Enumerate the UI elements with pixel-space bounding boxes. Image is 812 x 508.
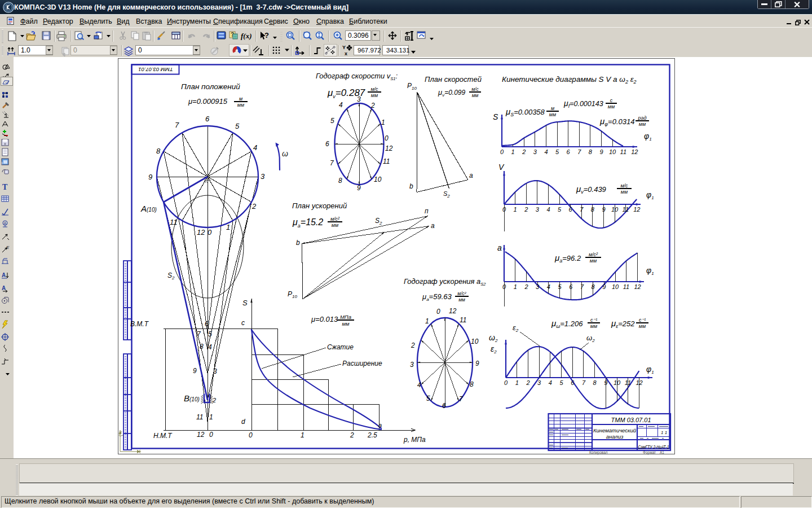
svg-text:a: a xyxy=(431,222,435,230)
svg-text:μa=96.2: μa=96.2 xyxy=(554,253,581,264)
svg-text:мм: мм xyxy=(549,112,556,117)
svg-text:με=252: με=252 xyxy=(611,318,635,329)
svg-text:10: 10 xyxy=(611,206,619,213)
svg-text:4: 4 xyxy=(417,381,421,389)
svg-text:4: 4 xyxy=(339,101,343,109)
svg-text:10: 10 xyxy=(374,176,382,183)
svg-text:6: 6 xyxy=(325,140,329,148)
svg-text:10: 10 xyxy=(612,283,619,290)
svg-text:9: 9 xyxy=(599,148,603,155)
svg-text:5: 5 xyxy=(558,283,562,290)
svg-text:5: 5 xyxy=(235,122,240,130)
svg-text:4: 4 xyxy=(549,379,552,386)
svg-text:1: 1 xyxy=(226,223,230,231)
svg-text:b: b xyxy=(409,182,413,190)
svg-text:7: 7 xyxy=(175,121,179,129)
svg-text:СамГТУ 2-НиАТ-1: СамГТУ 2-НиАТ-1 xyxy=(638,444,669,450)
svg-text:мм: мм xyxy=(342,321,350,327)
svg-text:6: 6 xyxy=(567,148,571,155)
svg-text:2: 2 xyxy=(212,397,216,404)
svg-text:11: 11 xyxy=(623,283,629,290)
svg-text:Сжатие: Сжатие xyxy=(327,343,354,351)
svg-text:0: 0 xyxy=(249,431,253,439)
svg-text:В.М.Т: В.М.Т xyxy=(130,320,149,328)
svg-text:μf=0.000143: μf=0.000143 xyxy=(563,99,603,109)
svg-text:12: 12 xyxy=(636,379,642,386)
svg-text:6: 6 xyxy=(205,115,210,123)
svg-text:8: 8 xyxy=(200,343,204,351)
svg-text:м/с²: м/с² xyxy=(589,252,598,257)
svg-text:6: 6 xyxy=(569,206,573,213)
svg-text:мм: мм xyxy=(458,297,465,303)
svg-text:1: 1 xyxy=(209,413,213,421)
svg-text:μ=0.000915: μ=0.000915 xyxy=(188,97,228,106)
svg-text:п: п xyxy=(425,207,429,215)
svg-text:м: м xyxy=(239,96,242,102)
svg-text:мм: мм xyxy=(472,93,479,98)
svg-text:Кинематический: Кинематический xyxy=(593,427,637,433)
svg-text:2: 2 xyxy=(370,102,375,110)
svg-text:ТММ 03.07.01: ТММ 03.07.01 xyxy=(611,417,651,423)
svg-text:a: a xyxy=(497,243,502,252)
svg-text:a: a xyxy=(469,172,473,179)
svg-text:9: 9 xyxy=(602,283,606,290)
svg-text:мм: мм xyxy=(590,323,597,329)
svg-text:c: c xyxy=(241,319,245,327)
svg-text:3: 3 xyxy=(410,361,414,369)
svg-text:2: 2 xyxy=(524,206,528,213)
svg-text:9: 9 xyxy=(357,184,361,192)
svg-text:3: 3 xyxy=(213,367,217,375)
svg-text:9: 9 xyxy=(604,379,607,386)
svg-text:0: 0 xyxy=(208,228,212,237)
svg-text:4: 4 xyxy=(546,206,550,213)
svg-text:м/с: м/с xyxy=(471,86,479,92)
svg-text:c: c xyxy=(610,98,613,103)
svg-text:м/с²: м/с² xyxy=(457,291,466,296)
svg-text:μ=0.013: μ=0.013 xyxy=(311,315,338,323)
svg-text:9: 9 xyxy=(193,367,197,375)
svg-text:анализ: анализ xyxy=(606,433,624,440)
svg-text:9: 9 xyxy=(148,173,152,181)
svg-text:10: 10 xyxy=(614,379,621,386)
svg-text:6: 6 xyxy=(569,283,573,290)
svg-text:11: 11 xyxy=(170,218,178,226)
svg-text:7: 7 xyxy=(582,379,586,386)
svg-text:3: 3 xyxy=(261,172,265,181)
svg-text:4: 4 xyxy=(253,143,257,152)
svg-text:6: 6 xyxy=(571,379,575,386)
svg-text:c⁻¹: c⁻¹ xyxy=(590,317,597,323)
svg-text:мм: мм xyxy=(590,258,597,264)
svg-text:8: 8 xyxy=(589,148,593,155)
svg-text:3: 3 xyxy=(536,283,540,290)
svg-text:8: 8 xyxy=(338,177,342,185)
svg-text:Копировал: Копировал xyxy=(589,450,608,455)
svg-text:0: 0 xyxy=(385,134,389,142)
svg-text:?: ? xyxy=(264,31,269,40)
svg-text:10: 10 xyxy=(471,338,479,345)
svg-text:мм: мм xyxy=(608,104,615,110)
svg-text:Y: Y xyxy=(342,45,346,50)
svg-text:12: 12 xyxy=(634,283,641,290)
svg-text:2: 2 xyxy=(350,431,354,439)
svg-text:м/с: м/с xyxy=(370,86,378,92)
svg-text:8: 8 xyxy=(470,380,474,388)
svg-text:1: 1 xyxy=(514,206,517,213)
svg-text:мм: мм xyxy=(371,93,378,98)
svg-text:8: 8 xyxy=(156,147,161,155)
svg-text:12: 12 xyxy=(631,148,638,155)
svg-text:9: 9 xyxy=(475,360,479,367)
svg-text:8: 8 xyxy=(593,379,597,386)
svg-text:Н.М.Т: Н.М.Т xyxy=(153,432,173,440)
svg-text:5: 5 xyxy=(208,330,212,338)
svg-text:f(x): f(x) xyxy=(241,32,252,40)
svg-text:р, МПа: р, МПа xyxy=(403,436,426,444)
svg-text:5: 5 xyxy=(558,206,562,213)
svg-text:ТММ 03.07.01: ТММ 03.07.01 xyxy=(138,67,173,73)
svg-text:5: 5 xyxy=(330,117,334,125)
svg-text:ω: ω xyxy=(282,149,288,158)
svg-text:м/с²: м/с² xyxy=(330,216,340,222)
svg-text:12: 12 xyxy=(197,431,205,439)
svg-text:9: 9 xyxy=(602,206,605,213)
svg-text:4: 4 xyxy=(544,148,548,155)
svg-text:0: 0 xyxy=(502,206,506,213)
